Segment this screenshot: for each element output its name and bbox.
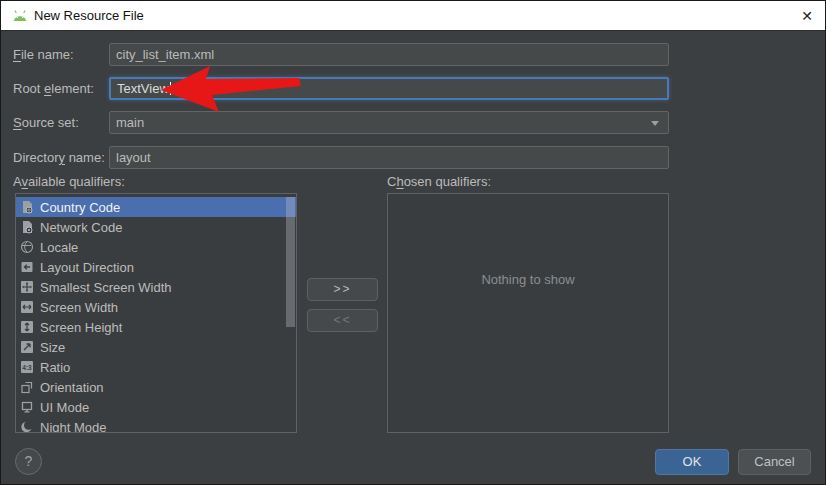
new-resource-file-dialog: New Resource File ✕ File name: city_list… xyxy=(0,0,826,485)
qualifier-item-night-mode[interactable]: Night Mode xyxy=(16,417,296,433)
title-bar: New Resource File ✕ xyxy=(1,1,825,31)
file-name-input[interactable]: city_list_item.xml xyxy=(109,43,669,66)
country-code-icon xyxy=(20,200,34,214)
move-left-button[interactable]: << xyxy=(307,309,378,332)
qualifier-label: Screen Height xyxy=(40,320,122,335)
screen-width-icon xyxy=(20,300,34,314)
root-element-label: Root element: xyxy=(13,77,94,100)
qualifier-item-network-code[interactable]: Network Code xyxy=(16,217,296,237)
qualifier-item-ui-mode[interactable]: UI Mode xyxy=(16,397,296,417)
qualifier-label: Country Code xyxy=(40,200,120,215)
qualifier-label: Size xyxy=(40,340,65,355)
qualifier-label: Layout Direction xyxy=(40,260,134,275)
qualifier-item-locale[interactable]: Locale xyxy=(16,237,296,257)
orientation-icon xyxy=(20,380,34,394)
source-set-dropdown[interactable]: main xyxy=(109,111,669,134)
ratio-icon: 4:3 xyxy=(20,360,34,374)
qualifier-label: Screen Width xyxy=(40,300,118,315)
label-text: ource set: xyxy=(22,115,79,130)
qualifier-item-screen-width[interactable]: Screen Width xyxy=(16,297,296,317)
empty-state-text: Nothing to show xyxy=(388,272,668,287)
qualifier-label: Network Code xyxy=(40,220,122,235)
screen-height-icon xyxy=(20,320,34,334)
qualifier-item-screen-height[interactable]: Screen Height xyxy=(16,317,296,337)
text-caret xyxy=(170,82,171,95)
close-icon[interactable]: ✕ xyxy=(798,7,816,25)
android-icon xyxy=(11,10,29,22)
label-text: ailable qualifiers: xyxy=(28,174,125,189)
ui-mode-icon xyxy=(20,400,34,414)
move-right-button[interactable]: >> xyxy=(307,278,378,301)
source-set-label: Source set: xyxy=(13,111,79,134)
help-button[interactable]: ? xyxy=(15,448,42,475)
label-text: Root xyxy=(13,81,44,96)
dialog-title: New Resource File xyxy=(34,1,144,31)
qualifier-label: Smallest Screen Width xyxy=(40,280,172,295)
available-qualifiers-list: Country Code Network Code Locale Layout … xyxy=(15,193,297,433)
label-text: lement: xyxy=(51,81,94,96)
label-mnemonic: h xyxy=(396,174,403,189)
ratio-icon-text: 4:3 xyxy=(22,364,32,371)
label-text: C xyxy=(387,174,396,189)
directory-name-label: Directory name: xyxy=(13,146,105,169)
file-name-label: File name: xyxy=(13,43,74,66)
label-mnemonic: S xyxy=(13,115,22,130)
available-qualifiers-label: Available qualifiers: xyxy=(13,173,125,191)
qualifier-item-size[interactable]: Size xyxy=(16,337,296,357)
available-qualifiers-scrollbar[interactable] xyxy=(286,197,295,327)
size-icon xyxy=(20,340,34,354)
root-element-value: TextView xyxy=(117,81,169,96)
qualifier-label: Ratio xyxy=(40,360,70,375)
directory-name-value: layout xyxy=(116,150,151,165)
qualifier-item-orientation[interactable]: Orientation xyxy=(16,377,296,397)
label-text: ile name: xyxy=(21,47,74,62)
cancel-button[interactable]: Cancel xyxy=(738,449,811,475)
ok-button[interactable]: OK xyxy=(655,449,729,475)
label-text: Director xyxy=(13,150,59,165)
label-mnemonic: F xyxy=(13,47,21,62)
qualifier-item-country-code[interactable]: Country Code xyxy=(16,197,296,217)
smallest-screen-width-icon xyxy=(20,280,34,294)
chosen-qualifiers-panel: Nothing to show xyxy=(387,193,669,433)
qualifier-label: Night Mode xyxy=(40,420,106,434)
qualifier-item-smallest-screen-width[interactable]: Smallest Screen Width xyxy=(16,277,296,297)
network-code-icon xyxy=(20,220,34,234)
qualifier-label: Locale xyxy=(40,240,78,255)
chosen-qualifiers-label: Chosen qualifiers: xyxy=(387,173,491,191)
chevron-down-icon xyxy=(651,121,659,126)
qualifier-item-ratio[interactable]: 4:3 Ratio xyxy=(16,357,296,377)
qualifier-item-layout-direction[interactable]: Layout Direction xyxy=(16,257,296,277)
qualifier-label: Orientation xyxy=(40,380,104,395)
night-mode-icon xyxy=(20,420,34,433)
locale-icon xyxy=(20,240,34,254)
directory-name-input[interactable]: layout xyxy=(109,146,669,169)
file-name-value: city_list_item.xml xyxy=(116,47,214,62)
source-set-value: main xyxy=(116,115,144,130)
layout-direction-icon xyxy=(20,260,34,274)
label-text: name: xyxy=(65,150,105,165)
label-text: osen qualifiers: xyxy=(404,174,491,189)
root-element-input[interactable]: TextView xyxy=(109,77,669,100)
qualifier-label: UI Mode xyxy=(40,400,89,415)
